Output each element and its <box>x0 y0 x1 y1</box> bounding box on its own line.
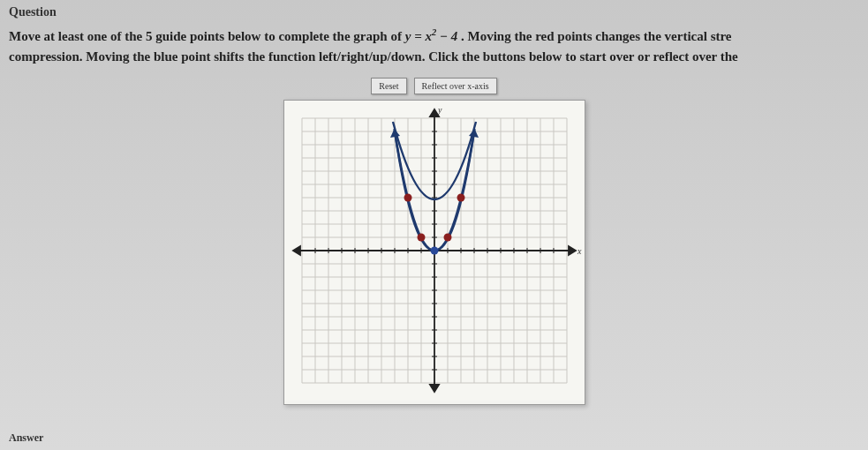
guide-point-red-1[interactable] <box>404 193 411 201</box>
guide-point-red-3[interactable] <box>443 233 451 241</box>
button-row: Reset Reflect over x-axis <box>0 77 868 94</box>
instr-part3: compression. Moving the blue point shift… <box>9 49 738 64</box>
guide-point-red-4[interactable] <box>457 193 464 201</box>
guide-point-blue[interactable] <box>430 246 438 254</box>
equation: y = x2 − 4 <box>405 29 458 43</box>
section-header: Question <box>0 0 868 22</box>
y-axis-label: y <box>437 105 442 115</box>
reflect-button[interactable]: Reflect over x-axis <box>414 78 497 94</box>
reset-button[interactable]: Reset <box>371 78 406 94</box>
graph-panel[interactable]: x y <box>283 100 585 405</box>
graph-container: x y <box>0 100 868 405</box>
answer-label: Answer <box>9 431 43 445</box>
instruction-text: Move at least one of the 5 guide points … <box>0 22 868 75</box>
graph-svg[interactable]: x y <box>284 101 585 401</box>
x-axis-label: x <box>577 246 582 256</box>
instr-part1: Move at least one of the 5 guide points … <box>9 29 405 43</box>
instr-part2: . Moving the red points changes the vert… <box>461 29 732 43</box>
svg-rect-84 <box>389 116 480 258</box>
guide-point-red-2[interactable] <box>417 233 425 241</box>
